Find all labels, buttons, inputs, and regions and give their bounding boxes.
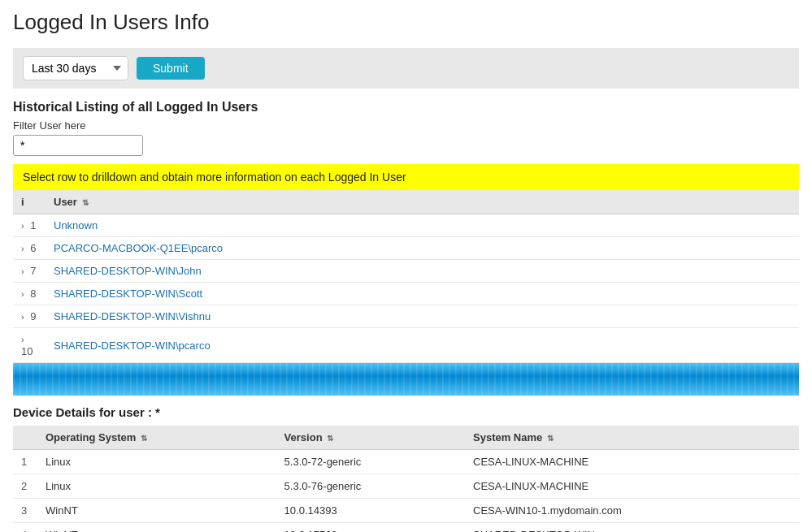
table-row[interactable]: › 1Unknown [13,214,799,237]
col-header-system: System Name ⇅ [465,426,799,450]
col-header-i: i [13,190,46,214]
version-cell: 10.0.14393 [276,499,465,523]
sort-user-icon: ⇅ [82,198,89,207]
expand-icon: › [21,244,24,253]
info-banner: Select row to drilldown and obtain more … [13,164,799,190]
user-cell[interactable]: PCARCO-MACBOOK-Q1EE\pcarco [46,237,799,260]
version-cell: 5.3.0-76-generic [276,474,465,499]
user-link[interactable]: SHARED-DESKTOP-WIN\pcarco [54,340,211,352]
col-header-version: Version ⇅ [276,426,465,450]
version-cell: 5.3.0-72-generic [276,450,465,474]
device-table-row: 1Linux5.3.0-72-genericCESA-LINUX-MACHINE [13,450,799,474]
sort-system-icon: ⇅ [547,434,554,443]
filter-label: Filter User here [13,119,799,132]
expand-icon: › [21,289,24,299]
os-cell: Linux [37,474,276,499]
user-link[interactable]: PCARCO-MACBOOK-Q1EE\pcarco [54,242,223,254]
page-wrapper: Logged In Users Info Last 30 days Last 7… [0,0,812,532]
sort-os-icon: ⇅ [141,434,147,443]
toolbar: Last 30 days Last 7 days Last 60 days La… [13,48,799,89]
system-cell: CESA-WIN10-1.mydomain.com [465,499,799,523]
system-cell: SHARED-DESKTOP-WIN [465,523,799,533]
expand-cell: › 9 [13,305,46,328]
row-number: 3 [13,499,37,523]
os-cell: Linux [37,450,276,474]
scroll-indicator-banner [13,363,799,396]
device-table-row: 4WinNT10.0.17763SHARED-DESKTOP-WIN [13,523,799,533]
date-range-select[interactable]: Last 30 days Last 7 days Last 60 days La… [23,56,128,80]
user-link[interactable]: SHARED-DESKTOP-WIN\Scott [54,288,202,300]
table-row[interactable]: › 10SHARED-DESKTOP-WIN\pcarco [13,328,799,363]
users-table: i User ⇅ › 1Unknown› 6PCARCO-MACBOOK-Q1E… [13,190,799,363]
filter-input[interactable] [13,135,143,156]
expand-cell: › 10 [13,328,46,363]
row-number: 2 [13,474,37,499]
row-number: 1 [13,450,37,474]
os-cell: WinNT [37,499,276,523]
expand-cell: › 8 [13,283,46,305]
user-cell[interactable]: SHARED-DESKTOP-WIN\pcarco [46,328,799,363]
row-number: 4 [13,523,37,533]
users-section-title: Historical Listing of all Logged In User… [13,89,799,119]
col-header-os: Operating System ⇅ [37,426,276,450]
version-cell: 10.0.17763 [276,523,465,533]
submit-button[interactable]: Submit [137,57,205,80]
expand-icon: › [21,266,24,276]
expand-icon: › [21,335,24,344]
sort-version-icon: ⇅ [327,434,333,443]
user-cell[interactable]: SHARED-DESKTOP-WIN\John [46,260,799,283]
os-cell: WinNT [37,523,276,533]
expand-cell: › 1 [13,214,46,237]
expand-cell: › 6 [13,237,46,260]
table-row[interactable]: › 7SHARED-DESKTOP-WIN\John [13,260,799,283]
user-link[interactable]: SHARED-DESKTOP-WIN\John [54,265,202,277]
device-table: Operating System ⇅ Version ⇅ System Name… [13,426,799,532]
table-row[interactable]: › 6PCARCO-MACBOOK-Q1EE\pcarco [13,237,799,260]
user-link[interactable]: Unknown [54,219,98,231]
system-cell: CESA-LINUX-MACHINE [465,450,799,474]
expand-cell: › 7 [13,260,46,283]
user-cell[interactable]: Unknown [46,214,799,237]
user-cell[interactable]: SHARED-DESKTOP-WIN\Vishnu [46,305,799,328]
col-header-rownum [13,426,37,450]
device-table-row: 2Linux5.3.0-76-genericCESA-LINUX-MACHINE [13,474,799,499]
user-cell[interactable]: SHARED-DESKTOP-WIN\Scott [46,283,799,305]
table-row[interactable]: › 9SHARED-DESKTOP-WIN\Vishnu [13,305,799,328]
expand-icon: › [21,312,24,322]
system-cell: CESA-LINUX-MACHINE [465,474,799,499]
device-table-row: 3WinNT10.0.14393CESA-WIN10-1.mydomain.co… [13,499,799,523]
device-section-title: Device Details for user : * [13,396,799,426]
col-header-user: User ⇅ [46,190,799,214]
user-link[interactable]: SHARED-DESKTOP-WIN\Vishnu [54,310,211,322]
page-title: Logged In Users Info [13,10,799,35]
table-row[interactable]: › 8SHARED-DESKTOP-WIN\Scott [13,283,799,305]
expand-icon: › [21,221,24,231]
